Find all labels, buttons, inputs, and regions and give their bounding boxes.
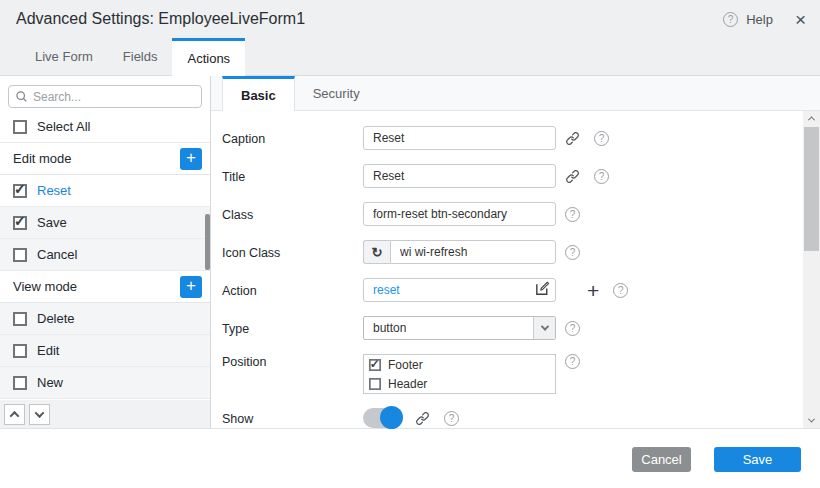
position-label: Position — [222, 354, 363, 369]
move-down-button[interactable] — [29, 404, 50, 425]
help-icon[interactable] — [594, 169, 609, 184]
checkbox[interactable] — [13, 312, 27, 326]
list-item-delete[interactable]: Delete — [0, 303, 210, 335]
help-icon[interactable] — [565, 245, 580, 260]
icon-class-input[interactable] — [390, 240, 556, 264]
tab-live-form[interactable]: Live Form — [20, 38, 108, 75]
type-select[interactable]: button — [363, 316, 556, 340]
icon-class-label: Icon Class — [222, 245, 363, 260]
action-row: Action reset + — [222, 278, 820, 302]
dialog-title: Advanced Settings: EmployeeLiveForm1 — [16, 10, 723, 28]
help-icon[interactable] — [723, 12, 738, 27]
type-label: Type — [222, 321, 363, 336]
checkbox[interactable] — [13, 344, 27, 358]
class-label: Class — [222, 207, 363, 222]
settings-tabbar: Basic Security — [211, 76, 820, 111]
caption-row: Caption — [222, 126, 820, 150]
chevron-down-icon[interactable] — [533, 317, 555, 339]
move-up-button[interactable] — [4, 404, 25, 425]
title-row: Title — [222, 164, 820, 188]
panel-scrollbar-thumb[interactable] — [804, 127, 819, 251]
class-row: Class — [222, 202, 820, 226]
checkbox[interactable] — [13, 248, 27, 262]
checkbox[interactable] — [13, 120, 27, 134]
bind-link-icon[interactable] — [565, 169, 580, 184]
action-list: Select All Edit mode Reset Save Cancel — [0, 111, 210, 400]
icon-class-row: Icon Class ↻ — [222, 240, 820, 264]
help-icon[interactable] — [565, 207, 580, 222]
add-action-button[interactable] — [180, 148, 202, 170]
basic-settings-form: Caption Title Class — [211, 111, 820, 442]
close-icon[interactable]: × — [795, 10, 806, 29]
bind-link-icon[interactable] — [415, 411, 430, 426]
add-action-button[interactable] — [180, 276, 202, 298]
position-listbox: Footer Header — [363, 354, 556, 394]
search-icon — [15, 89, 28, 107]
help-link[interactable]: Help — [746, 12, 773, 27]
scroll-down-icon[interactable] — [803, 413, 820, 428]
dialog-header: Advanced Settings: EmployeeLiveForm1 Hel… — [0, 0, 820, 38]
refresh-icon: ↻ — [363, 240, 390, 264]
list-item-new[interactable]: New — [0, 367, 210, 399]
tab-basic[interactable]: Basic — [222, 76, 295, 111]
action-label: Action — [222, 283, 363, 298]
settings-panel: Basic Security Caption Title — [211, 76, 820, 428]
checkbox[interactable] — [369, 358, 381, 370]
type-row: Type button — [222, 316, 820, 340]
tab-actions[interactable]: Actions — [172, 38, 245, 76]
position-option-footer[interactable]: Footer — [364, 355, 555, 374]
actions-sidebar: Select All Edit mode Reset Save Cancel — [0, 76, 211, 428]
group-header-view-mode: View mode — [0, 271, 210, 303]
title-input[interactable] — [363, 164, 556, 188]
list-item-cancel[interactable]: Cancel — [0, 239, 210, 271]
position-row: Position Footer Header — [222, 354, 820, 394]
group-header-edit-mode: Edit mode — [0, 143, 210, 175]
list-item-edit[interactable]: Edit — [0, 335, 210, 367]
help-icon[interactable] — [565, 321, 580, 336]
title-label: Title — [222, 169, 363, 184]
show-label: Show — [222, 411, 363, 426]
advanced-settings-dialog: Advanced Settings: EmployeeLiveForm1 Hel… — [0, 0, 820, 488]
action-value-link[interactable]: reset — [373, 283, 534, 297]
action-field[interactable]: reset — [363, 278, 556, 302]
type-selected-value: button — [364, 321, 533, 335]
checkbox[interactable] — [13, 216, 27, 230]
add-new-action-icon[interactable]: + — [587, 280, 599, 301]
tab-security[interactable]: Security — [295, 76, 378, 110]
cancel-button[interactable]: Cancel — [632, 447, 691, 472]
panel-scrollbar[interactable] — [803, 111, 820, 428]
edit-action-icon[interactable] — [534, 280, 551, 301]
class-input[interactable] — [363, 202, 556, 226]
scroll-up-icon[interactable] — [803, 111, 820, 126]
tab-fields[interactable]: Fields — [108, 38, 173, 75]
help-icon[interactable] — [565, 354, 580, 369]
main-tabbar: Live Form Fields Actions — [0, 38, 820, 76]
list-item-select-all[interactable]: Select All — [0, 111, 210, 143]
checkbox[interactable] — [369, 377, 381, 389]
search-input[interactable] — [8, 85, 202, 108]
position-option-header[interactable]: Header — [364, 374, 555, 393]
reorder-controls — [0, 400, 210, 428]
help-icon[interactable] — [594, 131, 609, 146]
help-icon[interactable] — [444, 411, 459, 426]
show-toggle[interactable] — [363, 408, 401, 428]
list-item-save[interactable]: Save — [0, 207, 210, 239]
checkbox[interactable] — [13, 376, 27, 390]
save-button[interactable]: Save — [714, 447, 801, 472]
bind-link-icon[interactable] — [565, 131, 580, 146]
caption-input[interactable] — [363, 126, 556, 150]
list-item-reset[interactable]: Reset — [0, 175, 210, 207]
show-row: Show — [222, 408, 820, 428]
checkbox[interactable] — [13, 184, 27, 198]
caption-label: Caption — [222, 131, 363, 146]
sidebar-scrollbar-thumb[interactable] — [205, 214, 210, 270]
help-icon[interactable] — [613, 283, 628, 298]
